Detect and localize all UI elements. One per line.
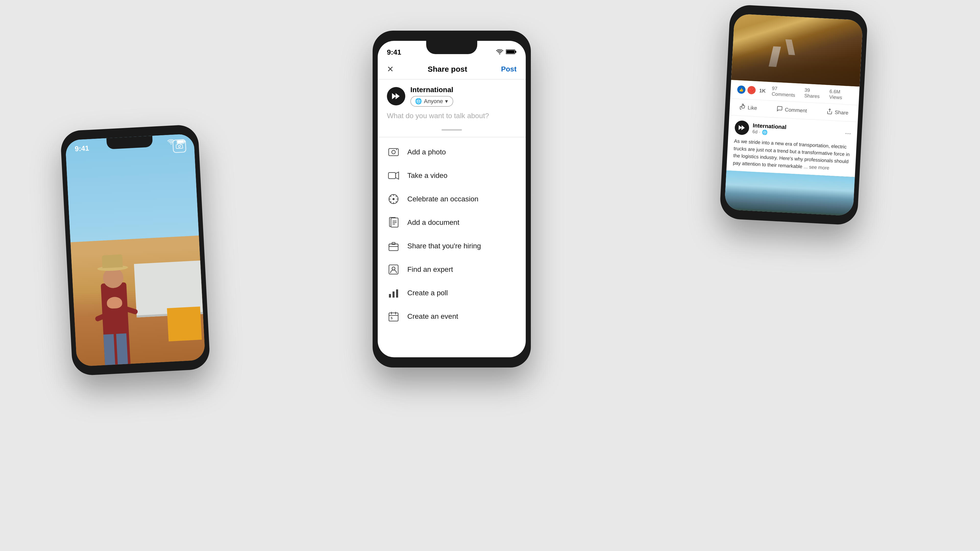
- share-icon: [826, 108, 833, 116]
- shares-count: 39 Shares: [804, 87, 826, 100]
- left-phone-notch: [107, 136, 153, 149]
- comment-label: Comment: [785, 107, 807, 114]
- center-phone-screen: 9:41 ✕ Share post Post: [378, 41, 526, 357]
- svg-rect-35: [389, 294, 391, 298]
- views-count: 6.6M Views: [829, 89, 853, 101]
- svg-point-10: [392, 150, 395, 154]
- like-button[interactable]: Like: [735, 101, 762, 115]
- svg-marker-44: [741, 125, 745, 131]
- right-leg: [116, 333, 128, 365]
- svg-point-34: [392, 267, 395, 270]
- action-add-document[interactable]: Add a document: [378, 211, 526, 234]
- share-label: Share: [835, 109, 849, 116]
- feed-top-image: [731, 14, 863, 86]
- hat-crown: [102, 255, 123, 268]
- right-phone-screen: 👍 ❤️ 1K 97 Comments 39 Shares 6.6M Views: [724, 14, 863, 216]
- action-create-event[interactable]: 5 Create an event: [378, 305, 526, 328]
- person-silhouette: [91, 246, 143, 366]
- like-label: Like: [748, 105, 757, 111]
- photo-icon: [387, 145, 400, 159]
- globe-feed-icon: 🌐: [762, 129, 768, 135]
- action-take-video[interactable]: Take a video: [378, 164, 526, 187]
- see-more-button[interactable]: ... see more: [803, 164, 829, 170]
- separator: ·: [759, 129, 760, 135]
- svg-rect-36: [393, 291, 395, 298]
- love-reaction: ❤️: [747, 85, 756, 95]
- center-phone: 9:41 ✕ Share post Post: [372, 30, 531, 368]
- right-phone: 👍 ❤️ 1K 97 Comments 39 Shares 6.6M Views: [719, 4, 868, 225]
- center-battery-icon: [506, 49, 517, 56]
- event-icon: 5: [387, 310, 400, 323]
- user-avatar: [387, 87, 405, 105]
- feed-post-text: As we stride into a new era of transport…: [726, 136, 856, 177]
- take-video-label: Take a video: [407, 172, 447, 180]
- camera-background: 9:41: [65, 134, 205, 366]
- center-time: 9:41: [387, 48, 401, 56]
- celebrate-icon: [387, 193, 400, 206]
- action-share-hiring[interactable]: Share that you're hiring: [378, 234, 526, 258]
- svg-point-3: [178, 145, 180, 147]
- create-event-label: Create an event: [407, 312, 458, 320]
- time-ago: 6d: [752, 129, 758, 134]
- user-name: International: [410, 86, 453, 94]
- more-options-button[interactable]: ···: [845, 129, 851, 137]
- svg-rect-29: [389, 244, 398, 251]
- post-text-input[interactable]: What do you want to talk about?: [378, 110, 526, 126]
- video-icon: [387, 169, 400, 182]
- camera-icon-button[interactable]: [172, 139, 186, 153]
- left-phone-screen: 9:41: [65, 134, 205, 366]
- create-poll-label: Create a poll: [407, 289, 448, 297]
- engagement-stats: 97 Comments 39 Shares 6.6M Views: [772, 86, 853, 101]
- share-hiring-label: Share that you're hiring: [407, 242, 481, 250]
- expert-icon: [387, 263, 400, 276]
- audience-selector[interactable]: 🌐 Anyone ▾: [410, 96, 453, 107]
- svg-line-21: [396, 201, 397, 202]
- center-phone-notch: [426, 41, 477, 54]
- hiring-icon: [387, 239, 400, 253]
- svg-point-15: [393, 198, 395, 200]
- share-post-header: ✕ Share post Post: [378, 59, 526, 80]
- svg-text:5: 5: [391, 316, 393, 320]
- user-info: International 🌐 Anyone ▾: [410, 86, 453, 107]
- post-text-content: As we stride into a new era of transport…: [733, 139, 850, 169]
- add-document-label: Add a document: [407, 218, 460, 227]
- like-reaction: 👍: [737, 85, 746, 94]
- user-row: International 🌐 Anyone ▾: [378, 80, 526, 110]
- globe-icon: 🌐: [415, 98, 422, 105]
- svg-rect-38: [389, 313, 398, 321]
- chevron-down-icon: ▾: [445, 98, 448, 105]
- find-expert-label: Find an expert: [407, 266, 453, 274]
- svg-point-11: [396, 149, 397, 150]
- center-wifi-icon: [496, 49, 503, 56]
- center-status-icons: [496, 49, 517, 56]
- share-post-title: Share post: [428, 65, 467, 73]
- svg-marker-7: [392, 93, 396, 99]
- action-list: Add a photo Take a video: [378, 137, 526, 331]
- drag-handle: [442, 129, 462, 131]
- comment-button[interactable]: Comment: [772, 103, 811, 118]
- feed-user-info: International 6d · 🌐: [752, 122, 842, 139]
- audience-label: Anyone: [424, 98, 443, 105]
- svg-line-20: [390, 196, 391, 197]
- action-create-poll[interactable]: Create a poll: [378, 281, 526, 305]
- action-find-expert[interactable]: Find an expert: [378, 258, 526, 281]
- svg-rect-5: [515, 51, 516, 53]
- post-button[interactable]: Post: [501, 65, 517, 73]
- svg-rect-12: [388, 172, 396, 178]
- svg-line-22: [396, 196, 397, 197]
- svg-rect-37: [396, 290, 398, 298]
- celebrate-label: Celebrate an occasion: [407, 195, 479, 203]
- action-celebrate[interactable]: Celebrate an occasion: [378, 187, 526, 211]
- left-phone: 9:41: [60, 124, 210, 376]
- poll-icon: [387, 287, 400, 299]
- svg-marker-8: [396, 93, 400, 99]
- close-button[interactable]: ✕: [387, 64, 394, 74]
- svg-rect-6: [506, 50, 514, 53]
- camera-time: 9:41: [75, 144, 89, 153]
- document-icon: [387, 216, 400, 229]
- action-add-photo[interactable]: Add a photo: [378, 140, 526, 164]
- svg-marker-13: [396, 172, 399, 179]
- like-count: 1K: [759, 88, 766, 94]
- share-button[interactable]: Share: [822, 105, 853, 119]
- feed-bottom-image: [724, 170, 855, 216]
